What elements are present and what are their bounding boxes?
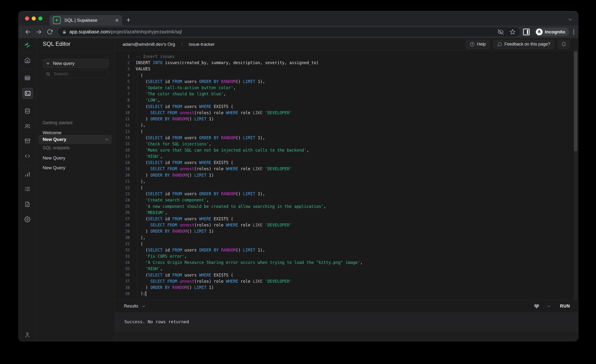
rail-auth-users-icon[interactable] — [22, 121, 33, 131]
sidebar-item-welcome[interactable]: Welcome — [43, 130, 61, 135]
code-line[interactable]: 36 (SELECT id FROM users WHERE EXISTS ( — [115, 272, 578, 278]
run-button[interactable]: RUN — [560, 304, 570, 309]
new-tab-button[interactable]: + — [126, 16, 131, 24]
help-button[interactable]: Help — [466, 40, 490, 49]
run-options-chevron-icon[interactable] — [547, 304, 551, 308]
code-line[interactable]: 17 'HIGH', — [115, 153, 578, 159]
code-text: SELECT FROM unnest(roles) role WHERE rol… — [136, 166, 292, 171]
sql-code-editor[interactable]: 1-- Insert issues2INSERT INTO issues(cre… — [115, 51, 578, 300]
code-line[interactable]: 22 ( — [115, 185, 578, 191]
code-token — [136, 166, 150, 171]
code-line[interactable]: 38 ) ORDER BY RANDOM() LIMIT 1) — [115, 284, 578, 290]
rail-api-code-icon[interactable] — [22, 151, 33, 161]
code-line[interactable]: 12 ), — [115, 122, 578, 128]
eye-off-icon[interactable] — [498, 29, 504, 35]
code-line[interactable]: 13 ( — [115, 128, 578, 134]
code-line[interactable]: 8 'LOW', — [115, 97, 578, 103]
code-line[interactable]: 16 'Make sure that SQL can not be inject… — [115, 147, 578, 153]
code-token — [136, 110, 150, 115]
code-line[interactable]: 3VALUES — [115, 66, 578, 72]
code-line[interactable]: 5 (SELECT id FROM users ORDER BY RANDOM(… — [115, 78, 578, 85]
code-token: WHERE — [199, 104, 211, 109]
rail-account-icon[interactable] — [22, 330, 33, 340]
rail-database-icon[interactable] — [22, 106, 33, 116]
browser-tab[interactable]: SQL | Supabase × — [50, 15, 122, 25]
supabase-logo-icon[interactable] — [22, 40, 33, 51]
code-line[interactable]: 19 SELECT FROM unnest(roles) role WHERE … — [115, 166, 578, 172]
search-input[interactable] — [53, 71, 105, 77]
code-line[interactable]: 29 ) ORDER BY RANDOM() LIMIT 1) — [115, 228, 578, 234]
snippet-search[interactable] — [43, 70, 108, 78]
code-line[interactable]: 32 (SELECT id FROM users ORDER BY RANDOM… — [115, 247, 578, 253]
side-panel-icon[interactable] — [523, 29, 530, 35]
code-line[interactable]: 9 (SELECT id FROM users WHERE EXISTS ( — [115, 104, 578, 110]
rail-table-editor-icon[interactable] — [22, 73, 33, 83]
code-line[interactable]: 14 (SELECT id FROM users ORDER BY RANDOM… — [115, 134, 578, 141]
results-label[interactable]: Results — [124, 304, 138, 309]
bookmark-star-icon[interactable] — [510, 29, 515, 35]
code-line[interactable]: 28 SELECT FROM unnest(roles) role WHERE … — [115, 222, 578, 228]
rail-home-icon[interactable] — [22, 55, 33, 66]
code-line[interactable]: 25 'A new component should be created to… — [115, 203, 578, 209]
code-line[interactable]: 10 SELECT FROM unnest(roles) role WHERE … — [115, 110, 578, 116]
code-line[interactable]: 27 (SELECT id FROM users WHERE EXISTS ( — [115, 216, 578, 222]
reload-icon[interactable] — [47, 29, 53, 35]
code-line[interactable]: 30 ), — [115, 234, 578, 240]
rail-divider — [22, 53, 33, 53]
rail-logs-icon[interactable] — [22, 184, 33, 194]
code-text: 'Create search component', — [136, 198, 209, 202]
tab-search-chevron-icon[interactable] — [568, 17, 573, 22]
favorite-heart-icon[interactable] — [534, 304, 539, 309]
code-text: 'A Cross Origin Resource Sharing error o… — [136, 260, 363, 265]
close-window-button[interactable] — [25, 16, 29, 21]
results-chevron-icon[interactable] — [142, 304, 146, 308]
code-line[interactable]: 2INSERT INTO issues(created_by, summary,… — [115, 59, 578, 66]
code-token: ( — [136, 248, 148, 253]
code-line[interactable]: 1-- Insert issues — [115, 53, 578, 59]
feedback-button[interactable]: Feedback on this page? — [493, 40, 554, 49]
code-line[interactable]: 31 ( — [115, 241, 578, 247]
rail-docs-icon[interactable] — [22, 199, 33, 209]
code-line[interactable]: 20 ) ORDER BY RANDOM() LIMIT 1) — [115, 172, 578, 178]
address-bar[interactable]: app.supabase.com /project/azahtnhqohyjer… — [58, 27, 520, 37]
notifications-button[interactable] — [558, 40, 570, 49]
chevron-down-icon[interactable] — [105, 137, 109, 141]
code-line[interactable]: 18 (SELECT id FROM users WHERE EXISTS ( — [115, 159, 578, 166]
code-line[interactable]: 23 (SELECT id FROM users ORDER BY RANDOM… — [115, 191, 578, 197]
rail-settings-gear-icon[interactable] — [22, 214, 33, 224]
rail-storage-icon[interactable] — [22, 136, 33, 146]
code-line[interactable]: 39 ); — [115, 290, 578, 297]
code-token: unnest — [179, 223, 194, 227]
sidebar-item-new-query-2[interactable]: New Query — [43, 165, 65, 171]
sidebar-item-new-query-selected[interactable]: New Query — [38, 135, 112, 144]
browser-menu-icon[interactable] — [573, 30, 574, 34]
code-line[interactable]: 33 'Fix CORS error', — [115, 253, 578, 259]
breadcrumb-org[interactable]: adam@windmill.dev's Org — [123, 42, 175, 47]
sidebar-item-new-query-1[interactable]: New Query — [43, 156, 65, 161]
code-line[interactable]: 26 'MEDIUM', — [115, 209, 578, 216]
new-query-button[interactable]: + New query — [43, 59, 108, 68]
code-line[interactable]: 6 'Update call-to-action button color', — [115, 85, 578, 91]
code-line[interactable]: 24 'Create search component', — [115, 197, 578, 203]
breadcrumb-project[interactable]: issue-tracker — [189, 42, 215, 47]
code-token: FROM — [172, 248, 182, 253]
forward-icon[interactable] — [36, 29, 42, 35]
editor-scrollbar-thumb[interactable] — [574, 52, 577, 151]
code-line[interactable]: 11 ) ORDER BY RANDOM() LIMIT 1) — [115, 116, 578, 122]
tab-close-icon[interactable]: × — [115, 17, 119, 23]
code-token: -- Insert issues — [136, 54, 175, 59]
code-line[interactable]: 37 SELECT FROM unnest(roles) role WHERE … — [115, 278, 578, 284]
zoom-window-button[interactable] — [38, 16, 42, 21]
code-text: (SELECT id FROM users WHERE EXISTS ( — [136, 104, 233, 109]
rail-sql-editor-icon[interactable] — [22, 88, 33, 99]
code-line[interactable]: 4 ( — [115, 72, 578, 78]
code-line[interactable]: 21 ), — [115, 178, 578, 185]
rail-reports-icon[interactable] — [22, 169, 33, 179]
code-line[interactable]: 15 'Check for SQL injections', — [115, 141, 578, 147]
back-icon[interactable] — [25, 29, 31, 35]
code-line[interactable]: 35 'HIGH', — [115, 266, 578, 272]
minimize-window-button[interactable] — [32, 16, 36, 21]
code-line[interactable]: 34 'A Cross Origin Resource Sharing erro… — [115, 259, 578, 266]
code-line[interactable]: 7 'The color should be light blue', — [115, 91, 578, 97]
line-number: 1 — [115, 54, 130, 59]
